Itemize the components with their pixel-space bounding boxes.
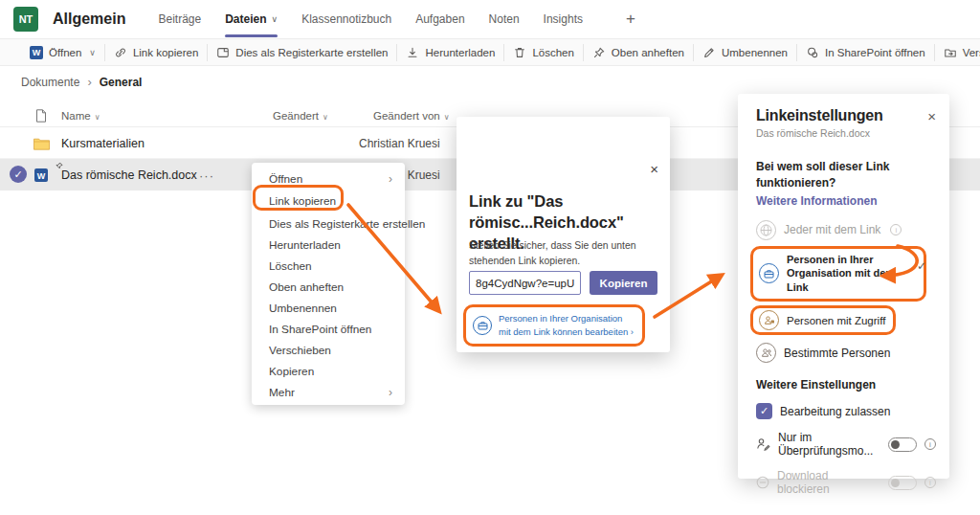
setting-block-download: Download blockieren i [756,469,936,496]
word-file-icon: W [33,168,49,183]
copy-link-confirm-button[interactable]: Kopieren [590,271,657,295]
channel-tabs: Beiträge Dateien∨ Klassennotizbuch Aufga… [158,0,635,38]
learn-more-link[interactable]: Weitere Informationen [756,194,936,208]
setting-review-mode: Nur im Überprüfungsmo... i [756,431,936,458]
make-tab-button[interactable]: Dies als Registerkarte erstellen [207,44,396,61]
chevron-down-icon: ∨ [95,113,100,122]
close-icon[interactable]: × [650,161,658,177]
link-created-dialog: × Link zu "Das römisc...Reich.docx" erst… [457,117,670,352]
column-header-modified-by[interactable]: Geändert von∨ [373,110,450,122]
tab-noten[interactable]: Noten [489,0,520,38]
modified-by: Christian Kruesi [359,137,440,150]
setting-allow-editing: ✓ Bearbeitung zulassen [756,403,936,419]
doc-type-column-icon [35,109,47,123]
tab-aufgaben[interactable]: Aufgaben [415,0,464,38]
chevron-right-icon: › [87,75,91,89]
people-lock-icon [759,310,779,330]
menu-item-registerkarte[interactable]: Dies als Registerkarte erstellen [252,213,405,235]
files-command-bar: W Öffnen ∨ Link kopieren Dies als Regist… [0,38,980,66]
chevron-right-icon: › [389,382,392,403]
pin-to-top-button[interactable]: Oben anheften [583,44,693,61]
dialog-note: Stellen Sie sicher, dass Sie den unten s… [469,238,658,269]
menu-item-loeschen[interactable]: Löschen [252,256,405,277]
option-specific-people[interactable]: Bestimmte Personen [756,343,936,363]
row-more-actions-button[interactable]: ··· [199,168,214,182]
globe-icon [756,220,776,240]
breadcrumb-current: General [100,76,143,89]
move-button[interactable]: Verschieben [934,44,980,61]
open-in-sharepoint-button[interactable]: In SharePoint öffnen [796,44,934,61]
breadcrumb-root[interactable]: Dokumente [21,76,79,89]
panel-file-name: Das römische Reich.docx [756,127,936,139]
file-name[interactable]: Kursmaterialien [61,137,145,150]
tab-beitraege[interactable]: Beiträge [158,0,201,38]
breadcrumb: Dokumente › General [21,75,142,89]
option-people-in-organization[interactable]: Personen in Ihrer Organisation mit dem L… [750,246,926,302]
file-name[interactable]: Das römische Reich.docx [61,168,197,182]
rename-button[interactable]: Umbenennen [693,44,796,61]
chevron-down-icon: ∨ [272,14,278,24]
review-mode-toggle[interactable] [888,437,917,452]
word-icon: W [30,46,43,59]
allow-editing-checkbox[interactable]: ✓ [756,403,772,419]
link-scope-note[interactable]: Personen in Ihrer Organisation mit dem L… [463,304,645,347]
link-settings-panel: Linkeinstellungen × Das römische Reich.d… [738,94,949,479]
tab-klassennotizbuch[interactable]: Klassennotizbuch [301,0,391,38]
menu-item-sharepoint[interactable]: In SharePoint öffnen [252,319,405,340]
organization-icon [473,316,492,335]
tab-icon [216,46,230,59]
menu-item-mehr[interactable]: Mehr› [252,382,405,403]
menu-item-herunterladen[interactable]: Herunterladen [252,235,405,256]
tab-insights[interactable]: Insights [544,0,583,38]
column-header-modified[interactable]: Geändert∨ [273,110,328,122]
chevron-right-icon: › [389,168,392,190]
open-button[interactable]: W Öffnen ∨ [21,44,104,61]
row-selected-checkbox[interactable]: ✓ [10,166,27,183]
sharepoint-icon [806,46,819,59]
more-settings-title: Weitere Einstellungen [756,378,936,392]
column-header-name[interactable]: Name∨ [61,110,100,122]
link-scope-text: Personen in Ihrer Organisation mit dem L… [499,312,635,339]
person-edit-icon [756,437,770,451]
organization-icon [759,263,779,283]
add-tab-button[interactable]: + [626,10,635,29]
menu-item-kopieren[interactable]: Kopieren [252,361,405,382]
svg-text:W: W [37,170,46,180]
info-icon: i [890,224,902,235]
team-avatar[interactable]: NT [13,7,38,32]
close-icon[interactable]: × [927,108,936,124]
file-context-menu: Öffnen› Link kopieren Dies als Registerk… [252,163,405,405]
link-url-input[interactable] [469,271,581,295]
menu-item-verschieben[interactable]: Verschieben [252,340,405,361]
move-icon [944,46,957,59]
menu-item-oeffnen[interactable]: Öffnen› [252,168,405,190]
link-icon [114,46,127,59]
download-icon [406,46,419,59]
channel-header: NT Allgemein Beiträge Dateien∨ Klassenno… [0,0,980,38]
copy-link-button[interactable]: Link kopieren [104,44,207,61]
info-icon: i [924,477,936,488]
tab-dateien[interactable]: Dateien∨ [225,0,278,38]
delete-button[interactable]: Löschen [503,44,582,61]
people-icon [756,343,776,363]
panel-title: Linkeinstellungen [756,107,883,124]
menu-item-umbenennen[interactable]: Umbenennen [252,298,405,319]
menu-item-oben-anheften[interactable]: Oben anheften [252,277,405,298]
channel-title: Allgemein [53,11,125,28]
folder-icon [33,137,50,150]
option-anyone-with-link[interactable]: Jeder mit dem Link i [756,220,936,240]
info-icon: i [924,438,936,450]
menu-item-link-kopieren[interactable]: Link kopieren [252,190,405,213]
trash-icon [513,46,526,59]
block-icon [756,476,769,489]
pin-icon [592,46,606,59]
download-button[interactable]: Herunterladen [396,44,503,61]
rename-icon [702,46,716,59]
chevron-down-icon: ∨ [323,113,328,122]
chevron-down-icon: ∨ [89,48,96,57]
option-people-with-access[interactable]: Personen mit Zugriff [750,305,896,335]
chevron-down-icon: ∨ [444,113,450,122]
teams-files-screen: NT Allgemein Beiträge Dateien∨ Klassenno… [0,0,980,515]
selected-check-icon: ✓ [917,259,926,273]
block-download-toggle[interactable] [888,476,917,490]
